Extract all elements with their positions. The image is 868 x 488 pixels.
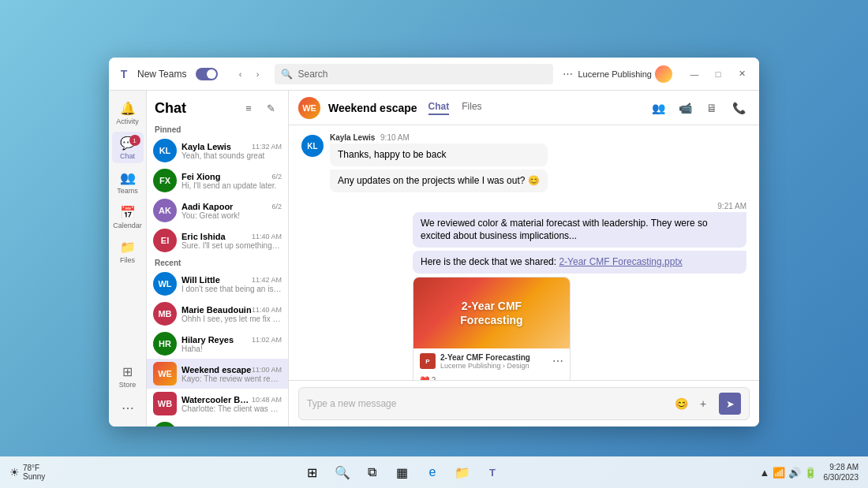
taskbar-clock[interactable]: 9:28 AM 6/30/2023 xyxy=(823,462,859,482)
emoji-button[interactable]: 😊 xyxy=(672,394,690,413)
screen-share-button[interactable]: 🖥 xyxy=(701,97,723,119)
search-bar[interactable]: 🔍 Search xyxy=(275,64,553,84)
avatar-marie-beaudouin: MB xyxy=(153,302,177,326)
weather-temp: 78°F xyxy=(23,464,45,472)
file-link[interactable]: 2-Year CMF Forecasting.pptx xyxy=(559,256,682,267)
widgets-button[interactable]: ▦ xyxy=(390,460,415,485)
teams-window: T New Teams ‹ › 🔍 Search ⋯ Lucerne Publi… xyxy=(109,58,759,427)
send-button[interactable]: ➤ xyxy=(719,393,741,415)
chat-item-name: Fei Xiong xyxy=(181,172,221,181)
chat-item-time: 6/2 xyxy=(271,173,282,181)
network-icon[interactable]: ▲ xyxy=(760,467,770,479)
explorer-button[interactable]: 📁 xyxy=(450,460,475,485)
sidebar-item-teams[interactable]: 👥 Teams xyxy=(112,166,144,198)
chat-item-top: Hilary Reyes 11:02 AM xyxy=(181,335,282,345)
chat-item-info: Fei Xiong 6/2 Hi, I'll send an update la… xyxy=(181,172,282,190)
chat-item-info: Aadi Kapoor 6/2 You: Great work! xyxy=(181,202,282,220)
taskbar-right: ▲ 📶 🔊 🔋 9:28 AM 6/30/2023 xyxy=(760,462,859,482)
nav-forward-button[interactable]: › xyxy=(249,66,265,82)
chat-item-will-little[interactable]: WL Will Little 11:42 AM I don't see that… xyxy=(147,269,288,299)
maximize-button[interactable]: □ xyxy=(707,63,729,85)
message-bubble-m3: We reviewed color & material forecast wi… xyxy=(413,212,746,248)
file-name: 2-Year CMF Forecasting xyxy=(440,353,530,362)
battery-icon[interactable]: 🔋 xyxy=(804,467,817,479)
file-more-button[interactable]: ⋯ xyxy=(552,355,563,367)
message-bubble-m2: Any updates on the projects while I was … xyxy=(330,169,548,192)
close-button[interactable]: ✕ xyxy=(731,63,753,85)
chat-item-preview: Hi, I'll send an update later. xyxy=(181,181,282,190)
user-info: Lucerne Publishing xyxy=(578,65,672,83)
chat-item-preview: Sure. I'll set up something for next wee… xyxy=(181,241,282,250)
search-icon: 🔍 xyxy=(281,69,293,80)
teams-taskbar-button[interactable]: T xyxy=(480,460,505,485)
new-teams-label: New Teams xyxy=(137,69,186,80)
chat-item-reta-taylor[interactable]: RT Reta Taylor 10:40 AM Ah, ok I underst… xyxy=(147,419,288,427)
sidebar-item-store[interactable]: ⊞ Store xyxy=(112,360,144,392)
add-people-button[interactable]: 👥 xyxy=(647,97,669,119)
message-group-m3: 9:21 AM We reviewed color & material for… xyxy=(301,202,746,380)
chat-item-info: Will Little 11:42 AM I don't see that be… xyxy=(181,275,282,293)
title-bar: T New Teams ‹ › 🔍 Search ⋯ Lucerne Publi… xyxy=(109,58,759,91)
chat-item-name: Marie Beaudouin xyxy=(181,305,252,315)
chat-item-name: Aadi Kapoor xyxy=(181,202,233,211)
attach-button[interactable]: + xyxy=(694,394,713,413)
file-card: 2-Year CMFForecasting P 2-Year CMF Forec… xyxy=(413,277,571,380)
edge-button[interactable]: e xyxy=(420,460,445,485)
volume-icon[interactable]: 🔊 xyxy=(788,467,801,479)
chat-item-hilary-reyes[interactable]: HR Hilary Reyes 11:02 AM Haha! xyxy=(147,329,288,359)
avatar-kayla-lewis: KL xyxy=(153,139,177,162)
chat-item-top: Will Little 11:42 AM xyxy=(181,275,282,285)
task-view-button[interactable]: ⧉ xyxy=(360,460,385,485)
chat-item-preview: Kayo: The review went really well! Can't… xyxy=(181,374,282,383)
chat-item-time: 11:40 AM xyxy=(252,233,282,240)
tab-files[interactable]: Files xyxy=(462,101,481,115)
message-avatar-kayla: KL xyxy=(301,135,324,157)
new-teams-toggle[interactable] xyxy=(196,68,218,80)
start-button[interactable]: ⊞ xyxy=(300,460,325,485)
input-actions: 😊 + xyxy=(672,394,713,413)
search-taskbar-button[interactable]: 🔍 xyxy=(330,460,355,485)
wifi-icon[interactable]: 📶 xyxy=(773,467,785,479)
recent-section-label: Recent xyxy=(147,255,288,269)
weather-condition: Sunny xyxy=(23,472,45,481)
chat-item-watercooler-buddies[interactable]: WB Watercooler Buddies 10:48 AM Charlott… xyxy=(147,389,288,419)
new-chat-button[interactable]: ✎ xyxy=(261,99,280,117)
avatar-fei-xiong: FX xyxy=(153,169,177,192)
tab-chat[interactable]: Chat xyxy=(428,101,450,115)
chat-list-header: Chat ≡ ✎ xyxy=(147,91,288,122)
avatar-will-little: WL xyxy=(153,272,177,296)
sidebar-item-activity[interactable]: 🔔 Activity xyxy=(112,97,144,129)
chat-item-weekend-escape[interactable]: WE Weekend escape 11:00 AM Kayo: The rev… xyxy=(147,359,288,389)
settings-icon[interactable]: ⋯ xyxy=(563,68,573,80)
chat-list-header-icons: ≡ ✎ xyxy=(239,99,280,117)
chat-item-info: Marie Beaudouin 11:40 AM Ohhh I see, yes… xyxy=(181,305,282,323)
input-area: Type a new message 😊 + ➤ xyxy=(289,380,759,427)
store-icon: ⊞ xyxy=(122,364,133,379)
minimize-button[interactable]: — xyxy=(683,63,705,85)
chat-item-marie-beaudouin[interactable]: MB Marie Beaudouin 11:40 AM Ohhh I see, … xyxy=(147,299,288,329)
chat-header-avatar: WE xyxy=(298,97,320,119)
chat-item-fei-xiong[interactable]: FX Fei Xiong 6/2 Hi, I'll send an update… xyxy=(147,166,288,196)
audio-call-button[interactable]: 📞 xyxy=(728,97,750,119)
sidebar-item-files[interactable]: 📁 Files xyxy=(112,236,144,267)
avatar-aadi-kapoor: AK xyxy=(153,199,177,222)
chat-item-info: Reta Taylor 10:40 AM Ah, ok I understand… xyxy=(181,425,282,427)
chat-item-kayla-lewis[interactable]: KL Kayla Lewis 11:32 AM Yeah, that sound… xyxy=(147,136,288,166)
filter-button[interactable]: ≡ xyxy=(239,99,258,117)
weather-widget[interactable]: ☀ 78°F Sunny xyxy=(9,464,45,481)
chat-item-top: Watercooler Buddies 10:48 AM xyxy=(181,395,282,404)
chat-item-eric-ishida[interactable]: EI Eric Ishida 11:40 AM Sure. I'll set u… xyxy=(147,225,288,255)
message-input-placeholder[interactable]: Type a new message xyxy=(307,398,665,409)
video-call-button[interactable]: 📹 xyxy=(674,97,696,119)
sidebar-item-label-chat: Chat xyxy=(120,152,135,160)
nav-back-button[interactable]: ‹ xyxy=(232,66,248,82)
sidebar-item-chat[interactable]: 💬 1 Chat xyxy=(112,132,144,163)
sidebar-item-calendar[interactable]: 📅 Calendar xyxy=(112,201,144,233)
message-bubble-m1: Thanks, happy to be back xyxy=(330,143,548,166)
chat-item-time: 10:48 AM xyxy=(252,396,282,404)
clock-date: 6/30/2023 xyxy=(823,472,859,482)
sidebar-more-button[interactable]: ⋯ xyxy=(112,395,144,420)
chat-item-aadi-kapoor[interactable]: AK Aadi Kapoor 6/2 You: Great work! xyxy=(147,196,288,225)
chat-item-top: Kayla Lewis 11:32 AM xyxy=(181,142,282,151)
chat-item-time: 11:02 AM xyxy=(252,336,282,344)
